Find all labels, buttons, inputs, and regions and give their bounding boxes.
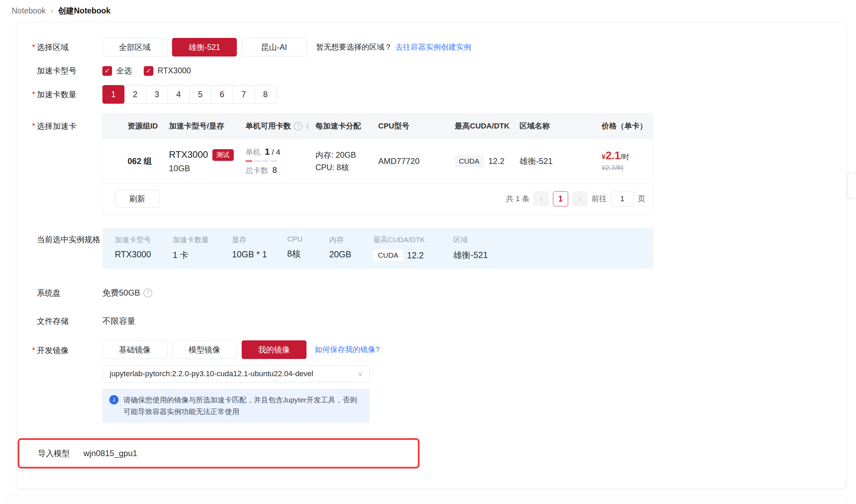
required-marker: * xyxy=(32,346,35,355)
save-image-help-link[interactable]: 如何保存我的镜像? xyxy=(315,344,380,355)
page-suffix: 页 xyxy=(638,194,645,204)
image-notice: i 请确保您使用的镜像与所选加速卡匹配，并且包含Jupyter开发工具，否则可能… xyxy=(102,389,370,423)
col-price: 价格（单卡） xyxy=(602,121,653,131)
gpu-table-header: 资源组ID 加速卡型号/显存 单机可用卡数 ? ▲▼ 每加速卡分配 CPU型号 … xyxy=(103,114,653,138)
available-cards-help-icon[interactable]: ? xyxy=(294,122,303,131)
current-page-button[interactable]: 1 xyxy=(553,191,568,206)
cell-region: 雄衡-521 xyxy=(520,156,602,167)
count-option-2[interactable]: 2 xyxy=(124,85,146,104)
info-icon: i xyxy=(109,395,119,404)
dev-image-row: *开发镜像 基础镜像 模型镜像 我的镜像 如何保存我的镜像? jupyterla… xyxy=(27,340,832,423)
required-marker: * xyxy=(32,90,35,99)
region-label: *选择区域 xyxy=(27,42,102,53)
col-region-name: 区域名称 xyxy=(520,121,602,131)
image-selected-value: jupyterlab-pytorch:2.2.0-py3.10-cuda12.1… xyxy=(110,369,313,378)
count-option-6[interactable]: 6 xyxy=(211,85,233,104)
import-model-label: 导入模型 xyxy=(19,448,83,459)
cell-cpu-model: AMD77720 xyxy=(378,156,455,166)
spec-max-cuda: 最高CUDA/DTK CUDA12.2 xyxy=(373,235,453,261)
pagination-total: 共 1 条 xyxy=(506,194,530,204)
refresh-button[interactable]: 刷新 xyxy=(115,190,159,208)
spec-cpu: CPU 8核 xyxy=(287,235,329,261)
prev-page-button[interactable]: ‹ xyxy=(534,191,549,206)
col-model-vram: 加速卡型号/显存 xyxy=(169,121,245,131)
system-disk-row: 系统盘 免费50GB ? xyxy=(27,287,832,298)
col-group-id: 资源组ID xyxy=(128,121,169,131)
selected-spec-row: 当前选中实例规格 加速卡型号 RTX3000 加速卡数量 1 卡 显存 10GB… xyxy=(27,228,832,269)
image-notice-text: 请确保您使用的镜像与所选加速卡匹配，并且包含Jupyter开发工具，否则可能导致… xyxy=(123,394,363,418)
floating-panel-handle[interactable] xyxy=(848,172,856,198)
cuda-tag: CUDA xyxy=(373,249,403,261)
count-option-1[interactable]: 1 xyxy=(102,85,124,104)
image-option-model[interactable]: 模型镜像 xyxy=(172,340,237,359)
import-model-highlight-box: 导入模型 wjn0815_gpu1 xyxy=(18,438,420,469)
count-option-3[interactable]: 3 xyxy=(146,85,168,104)
footer-bar: ✓ 我已阅读并同意《服务协议》 i 所选资源允许单次实例任务最大运行8小时，作业… xyxy=(7,496,846,504)
goto-page-input[interactable] xyxy=(611,191,634,207)
file-storage-value: 不限容量 xyxy=(102,316,135,327)
select-all-label: 全选 xyxy=(116,65,132,76)
region-option-all[interactable]: 全部区域 xyxy=(102,38,167,56)
gpu-table: 资源组ID 加速卡型号/显存 单机可用卡数 ? ▲▼ 每加速卡分配 CPU型号 … xyxy=(102,113,653,215)
system-disk-help-icon[interactable]: ? xyxy=(143,288,152,297)
breadcrumb: Notebook › 创建Notebook xyxy=(0,0,856,16)
file-storage-label: 文件存储 xyxy=(27,316,102,327)
cuda-tag: CUDA xyxy=(455,155,484,167)
import-model-value[interactable]: wjn0815_gpu1 xyxy=(83,449,137,458)
image-select-dropdown[interactable]: jupyterlab-pytorch:2.2.0-py3.10-cuda12.1… xyxy=(102,365,370,382)
create-container-instance-link[interactable]: 去往容器实例创建实例 xyxy=(395,42,471,52)
breadcrumb-separator-icon: › xyxy=(50,6,53,16)
card-usage-bar xyxy=(245,160,315,162)
cell-per-card-alloc: 内存: 20GB CPU: 8核 xyxy=(315,149,378,174)
cost-amount: ¥2.1 xyxy=(663,503,686,504)
card-count-label: *加速卡数量 xyxy=(27,89,102,100)
col-available-cards: 单机可用卡数 ? ▲▼ xyxy=(245,121,315,131)
create-notebook-form: *选择区域 全部区域 雄衡-521 昆山-AI 暂无想要选择的区域？ 去往容器实… xyxy=(17,22,846,489)
breadcrumb-parent-link[interactable]: Notebook xyxy=(12,6,46,16)
count-option-7[interactable]: 7 xyxy=(233,85,255,104)
count-option-5[interactable]: 5 xyxy=(189,85,211,104)
region-option-xiongheng-521[interactable]: 雄衡-521 xyxy=(172,38,237,56)
card-model-label: 加速卡型号 xyxy=(27,65,102,76)
sort-icon[interactable]: ▲▼ xyxy=(305,123,309,129)
goto-label: 前往 xyxy=(592,194,607,204)
selected-spec-panel: 加速卡型号 RTX3000 加速卡数量 1 卡 显存 10GB * 1 CPU … xyxy=(102,228,653,269)
rtx3000-label: RTX3000 xyxy=(158,66,191,75)
spec-vram: 显存 10GB * 1 xyxy=(232,235,287,261)
count-option-8[interactable]: 8 xyxy=(254,85,276,104)
count-option-4[interactable]: 4 xyxy=(168,85,190,104)
cell-available-cards: 单机 1 / 4 总卡数 8 xyxy=(245,146,315,176)
image-option-base[interactable]: 基础镜像 xyxy=(102,340,167,359)
card-count-group: 1 2 3 4 5 6 7 8 xyxy=(102,85,276,104)
region-row: *选择区域 全部区域 雄衡-521 昆山-AI 暂无想要选择的区域？ 去往容器实… xyxy=(27,38,832,56)
spec-memory: 内存 20GB xyxy=(329,235,373,261)
required-marker: * xyxy=(32,43,35,52)
system-disk-label: 系统盘 xyxy=(27,288,102,298)
gpu-table-row[interactable]: 062 组 RTX3000 测试 10GB 单机 1 / 4 xyxy=(103,138,653,183)
chevron-down-icon: ∨ xyxy=(357,370,363,378)
card-table-label: *选择加速卡 xyxy=(27,113,102,132)
pagination: 共 1 条 ‹ 1 › 前往 页 xyxy=(506,191,645,207)
card-model-row: 加速卡型号 ✓ 全选 ✓ RTX3000 xyxy=(27,65,832,76)
selected-spec-label: 当前选中实例规格 xyxy=(27,228,102,245)
col-per-card-alloc: 每加速卡分配 xyxy=(315,121,378,131)
old-price: ¥2.7/时 xyxy=(602,163,653,173)
card-count-row: *加速卡数量 1 2 3 4 5 6 7 8 xyxy=(27,85,832,104)
region-option-kunshan-ai[interactable]: 昆山-AI xyxy=(242,38,306,56)
cell-model-vram: RTX3000 测试 10GB xyxy=(169,149,245,173)
image-option-mine[interactable]: 我的镜像 xyxy=(242,340,306,359)
test-badge: 测试 xyxy=(212,149,234,161)
col-cpu-model: CPU型号 xyxy=(378,121,455,131)
rtx3000-checkbox[interactable]: ✓ xyxy=(144,66,153,76)
spec-card-count: 加速卡数量 1 卡 xyxy=(173,235,232,261)
spec-region: 区域 雄衡-521 xyxy=(453,235,488,261)
spec-card-model: 加速卡型号 RTX3000 xyxy=(115,235,173,261)
page-title: 创建Notebook xyxy=(58,6,110,16)
cell-max-cuda: CUDA 12.2 xyxy=(455,155,520,167)
next-page-button[interactable]: › xyxy=(572,191,587,206)
system-disk-value: 免费50GB xyxy=(102,287,140,298)
card-table-row: *选择加速卡 资源组ID 加速卡型号/显存 单机可用卡数 ? ▲▼ 每加速卡分配… xyxy=(27,113,832,215)
select-all-checkbox[interactable]: ✓ xyxy=(102,66,112,76)
cost-summary: 配置费用: ¥2.1 /时 计费规则 现金余额: ¥484,109.19 去充值 xyxy=(629,503,734,504)
gpu-table-footer: 刷新 共 1 条 ‹ 1 › 前往 页 xyxy=(103,183,653,215)
